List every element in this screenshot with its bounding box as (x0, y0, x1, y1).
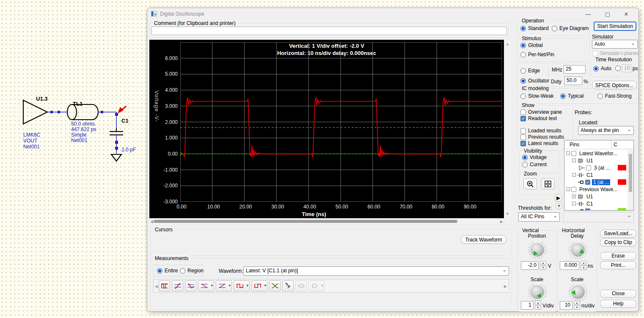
pin-label[interactable]: 1 (at ... (592, 179, 610, 185)
horizontal-delay-knob[interactable] (568, 240, 588, 261)
start-simulation-button[interactable]: Start Simulation (594, 22, 636, 31)
pulse-high-button[interactable] (234, 280, 250, 291)
print-button[interactable]: Print... (600, 261, 636, 269)
close-button[interactable]: Close (600, 290, 636, 298)
thresholds-combo[interactable]: All IC Pins (518, 212, 560, 222)
threshold-value-combo[interactable] (563, 212, 634, 222)
readout-text-checkbox[interactable]: Readout text (520, 115, 557, 121)
pins-tree-row[interactable]: 1 (at ... (564, 178, 627, 186)
fast-strong-radio[interactable]: Fast-Strong (597, 93, 632, 99)
expand-icon[interactable]: + (572, 195, 576, 198)
overview-pane-checkbox[interactable]: Overview pane (520, 109, 562, 115)
add-probe-button[interactable]: + (556, 203, 562, 209)
current-radio[interactable]: Current (522, 162, 547, 167)
probe-checkbox[interactable] (571, 151, 576, 156)
latest-results-checkbox[interactable]: Latest results (520, 140, 558, 146)
trace-color-swatch[interactable] (618, 179, 626, 185)
horizontal-delay-spinner[interactable]: ▲▼ (581, 261, 587, 270)
standard-radio[interactable]: Standard (520, 25, 549, 31)
pins-tree-scrollbar[interactable] (627, 150, 633, 210)
edge-radio[interactable]: Edge (520, 68, 540, 74)
eye-diagram-radio[interactable]: Eye Diagram (552, 25, 589, 31)
mhz-field[interactable]: 25 (564, 65, 586, 74)
scrollbar-thumb[interactable] (154, 220, 457, 223)
pins-tree-row[interactable]: -U1 (564, 157, 627, 164)
loaded-results-checkbox[interactable]: Loaded results (520, 128, 561, 134)
simulate-tplanes-checkbox[interactable]: Simulate t-planes (592, 50, 639, 56)
eye-mask-button[interactable] (269, 280, 281, 291)
pin-label[interactable]: Previous Wave... (578, 186, 619, 192)
collapse-icon[interactable]: - (572, 173, 576, 177)
time-manual-radio[interactable] (615, 66, 621, 71)
probe-checkbox[interactable] (585, 208, 590, 211)
vertical-position-knob[interactable] (528, 240, 547, 261)
probe-checkbox[interactable] (571, 187, 576, 192)
minimize-button[interactable]: — (581, 10, 595, 19)
pin-label[interactable]: U1 (585, 158, 594, 164)
pins-tree-row[interactable]: -Previous Wave... (564, 186, 627, 193)
vertical-scale-knob[interactable] (528, 282, 547, 303)
horizontal-scale-field[interactable]: 10 (560, 301, 572, 310)
scope-display[interactable]: Vertical: 1 V/div offset: -2.0 V Horizon… (149, 40, 504, 218)
toolbar-scroll-right-icon[interactable]: ▶ (504, 284, 507, 288)
pin-label[interactable]: 3 (at ... (593, 165, 611, 171)
located-combo[interactable]: Always at the pin (578, 126, 634, 135)
probe-checkbox[interactable] (585, 180, 590, 185)
probe-checkbox[interactable] (586, 165, 591, 170)
scroll-right-icon[interactable]: ▶ (500, 219, 503, 224)
duty-field[interactable]: 50.0 (564, 77, 582, 85)
pin-label[interactable]: U1 (585, 194, 594, 200)
voltage-radio[interactable]: Voltage (522, 154, 547, 160)
horizontal-scale-knob[interactable] (568, 282, 588, 303)
pulse-low-button[interactable] (251, 280, 267, 291)
per-net-pin-radio[interactable]: Per-Net/Pin (520, 52, 554, 58)
collapse-icon[interactable]: - (572, 159, 576, 162)
collapse-icon[interactable]: - (566, 151, 570, 155)
pin-label[interactable]: C1 (585, 201, 594, 207)
global-radio[interactable]: Global (520, 42, 543, 48)
vertical-scale-spinner[interactable]: ▲▼ (535, 301, 541, 310)
maximize-button[interactable]: ▢ (600, 10, 615, 19)
trace-color-swatch[interactable] (618, 208, 626, 210)
time-resolution-field[interactable]: 10 (622, 64, 631, 72)
rising-edge-button[interactable] (172, 280, 183, 291)
scroll-up-icon[interactable]: ▲ (506, 42, 509, 46)
collapse-icon[interactable]: - (566, 187, 570, 191)
waveform-combo[interactable]: Latest: V [C1.1 (at pin)] (243, 266, 509, 276)
entire-radio[interactable]: Entire (157, 268, 178, 274)
pin-label[interactable]: Latest Wavefor... (578, 151, 619, 156)
region-radio[interactable]: Region (180, 268, 204, 274)
track-waveform-button[interactable]: Track Waveform (461, 235, 506, 244)
copy-to-clip-button[interactable]: Copy to Clip (600, 238, 636, 247)
close-window-button[interactable]: ✕ (619, 10, 633, 19)
zoom-in-button[interactable] (523, 178, 537, 189)
vertical-scale-field[interactable]: 1 (521, 301, 534, 310)
vertical-position-spinner[interactable]: ▲▼ (540, 261, 546, 270)
scroll-down-icon[interactable]: ▼ (506, 212, 509, 216)
pins-tree-row[interactable] (564, 207, 627, 210)
pins-tree-row[interactable]: 3 (at ... (564, 164, 627, 171)
comment-input[interactable] (151, 27, 507, 35)
simulator-combo[interactable]: Auto (592, 40, 638, 49)
erase-button[interactable]: Erase (600, 252, 636, 260)
help-button[interactable]: Help (600, 300, 636, 308)
title-bar[interactable]: Digital Oscilloscope — ▢ ✕ (147, 8, 638, 20)
previous-results-checkbox[interactable]: Previous results (520, 134, 564, 140)
oscillator-radio[interactable]: Oscillator (520, 78, 549, 84)
vertical-position-field[interactable]: -2.0 (521, 261, 539, 270)
horizontal-delay-field[interactable]: 0.000 (560, 261, 579, 270)
pins-tree-row[interactable]: +U1 (564, 193, 627, 200)
scope-horizontal-scrollbar[interactable]: ◀ ▶ (149, 218, 504, 225)
square-wave-button[interactable] (159, 280, 170, 291)
pins-tree-row[interactable]: -C1 (564, 200, 627, 207)
toolbar-scroll-left-icon[interactable]: ◀ (155, 284, 158, 288)
zoom-fit-button[interactable] (541, 178, 555, 189)
buffer-symbol[interactable] (23, 100, 47, 124)
typical-radio[interactable]: Typical (560, 93, 583, 99)
expand-panel-button[interactable]: ▶ (555, 194, 562, 202)
pins-tree-row[interactable]: -Latest Wavefor... (564, 150, 627, 157)
save-load-button[interactable]: Save/Load... (600, 230, 636, 238)
horizontal-scale-spinner[interactable]: ▲▼ (574, 301, 580, 310)
trace-color-swatch[interactable] (618, 165, 626, 170)
falling-slope-button[interactable] (198, 280, 214, 291)
